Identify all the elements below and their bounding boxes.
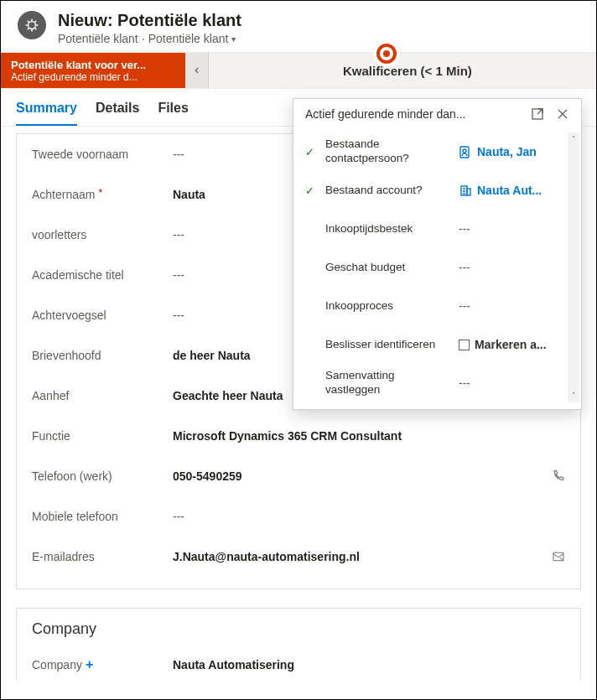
step-beslisser-identificeren[interactable]: Beslisser identificeren Markeren a... [305, 325, 578, 364]
tab-summary[interactable]: Summary [16, 101, 77, 126]
tab-details[interactable]: Details [96, 101, 139, 126]
field-label: Telefoon (werk) [32, 469, 173, 483]
field-value[interactable]: Nauta Automatisering [173, 658, 565, 671]
check-icon: ✓ [305, 184, 319, 197]
step-label: Samenvatting vastleggen [325, 369, 452, 397]
phone-icon[interactable] [552, 469, 565, 483]
field-value[interactable]: Microsoft Dynamics 365 CRM Consultant [173, 429, 565, 443]
flyout-scrollbar[interactable]: ˄ ˅ [568, 132, 579, 402]
step-label: Inkoopproces [325, 299, 452, 314]
field-label: Company+ [32, 658, 173, 671]
email-icon[interactable] [552, 550, 565, 563]
field-emailadres[interactable]: E-mailadres J.Nauta@nauta-automatisering… [32, 537, 565, 577]
page-title: Nieuw: Potentiële klant [58, 11, 241, 30]
dock-icon[interactable] [531, 107, 544, 121]
field-value[interactable]: --- [173, 510, 565, 523]
checkbox-icon[interactable] [459, 340, 470, 350]
stage-active-title: Potentiële klant voor ver... [11, 59, 175, 71]
flyout-title: Actief gedurende minder dan... [305, 107, 465, 121]
field-functie[interactable]: Functie Microsoft Dynamics 365 CRM Consu… [32, 416, 565, 456]
section-title-company: Company [32, 609, 565, 645]
step-geschat-budget[interactable]: Geschat budget --- [305, 248, 578, 287]
target-icon [376, 44, 397, 64]
stage-back-button[interactable] [185, 53, 209, 88]
chevron-down-icon[interactable]: ▾ [231, 34, 236, 44]
stage-active-sub: Actief gedurende minder d... [11, 71, 175, 83]
step-value[interactable]: Markeren a... [459, 338, 558, 351]
contact-lookup-icon [459, 145, 472, 158]
record-header: Nieuw: Potentiële klant Potentiële klant… [1, 1, 596, 52]
step-inkooptijdsbestek[interactable]: Inkooptijdsbestek --- [305, 210, 578, 248]
step-label: Bestaand account? [325, 184, 452, 198]
breadcrumb-item-1: Potentiële klant [58, 32, 138, 45]
step-bestaande-contactpersoon[interactable]: ✓ Bestaande contactpersoon? Nauta, Jan [305, 132, 578, 171]
step-label: Geschat budget [325, 261, 452, 275]
flyout-header: Actief gedurende minder dan... [293, 99, 581, 129]
stage-next[interactable]: Kwalificeren (< 1 Min) [209, 53, 596, 88]
field-label: Achtervoegsel [32, 309, 173, 322]
step-inkoopproces[interactable]: Inkoopproces --- [305, 287, 578, 325]
field-telefoon-werk[interactable]: Telefoon (werk) 050-5490259 [32, 456, 565, 496]
step-label: Beslisser identificeren [325, 338, 452, 352]
flyout-body: ˄ ˅ ✓ Bestaande contactpersoon? Nauta, J… [293, 129, 581, 409]
step-bestaand-account[interactable]: ✓ Bestaand account? Nauta Aut... [305, 171, 578, 210]
breadcrumb[interactable]: Potentiële klant · Potentiële klant ▾ [58, 32, 241, 45]
step-label: Inkooptijdsbestek [325, 222, 452, 236]
check-icon: ✓ [305, 146, 319, 158]
step-value[interactable]: --- [459, 222, 558, 236]
field-value[interactable]: 050-5490259 [173, 469, 565, 483]
step-value[interactable]: --- [459, 261, 558, 274]
field-label: Achternaam* [32, 188, 173, 201]
account-lookup-icon [459, 184, 472, 197]
svg-rect-6 [467, 189, 470, 195]
field-label: Aanhef [32, 389, 173, 402]
field-label: Brievenhoofd [32, 349, 173, 362]
step-samenvatting-vastleggen[interactable]: Samenvatting vastleggen --- [305, 364, 578, 402]
step-label: Bestaande contactpersoon? [325, 137, 452, 166]
field-label: Academische titel [32, 268, 173, 282]
field-label: Tweede voornaam [32, 148, 173, 161]
step-value[interactable]: Nauta, Jan [459, 145, 558, 158]
step-value[interactable]: --- [459, 299, 558, 313]
required-mark: * [98, 188, 102, 198]
field-company[interactable]: Company+ Nauta Automatisering [32, 645, 565, 680]
svg-point-4 [463, 149, 466, 153]
scroll-down-icon[interactable]: ˅ [568, 389, 579, 402]
step-value[interactable]: Nauta Aut... [459, 184, 558, 197]
field-label: voorletters [32, 228, 173, 241]
entity-icon [18, 11, 46, 39]
stage-active[interactable]: Potentiële klant voor ver... Actief gedu… [1, 53, 185, 88]
field-mobiele-telefoon[interactable]: Mobiele telefoon --- [32, 496, 565, 537]
field-value[interactable]: J.Nauta@nauta-automatisering.nl [173, 550, 565, 563]
scroll-up-icon[interactable]: ˄ [568, 132, 579, 146]
step-value[interactable]: --- [459, 376, 558, 390]
field-label: Functie [32, 429, 173, 443]
process-stage-bar: Potentiële klant voor ver... Actief gedu… [1, 52, 596, 89]
stage-flyout: Actief gedurende minder dan... ˄ ˅ ✓ Bes… [293, 98, 582, 410]
breadcrumb-item-2: Potentiële klant [148, 32, 229, 45]
recommended-mark: + [86, 658, 93, 671]
tab-files[interactable]: Files [158, 101, 188, 126]
close-icon[interactable] [556, 107, 569, 121]
field-label: Mobiele telefoon [32, 510, 173, 523]
svg-point-0 [29, 22, 36, 29]
company-section: Company Company+ Nauta Automatisering [16, 608, 581, 680]
field-label: E-mailadres [32, 550, 173, 563]
